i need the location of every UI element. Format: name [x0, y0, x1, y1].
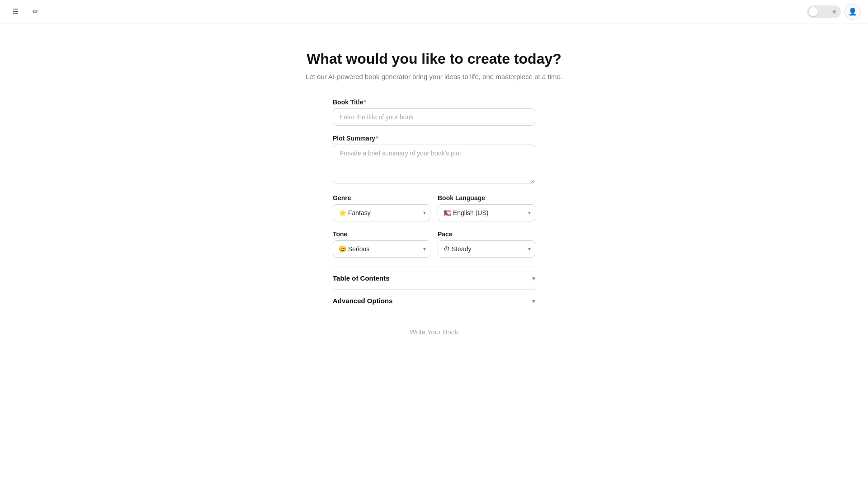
topbar-right: ☀ 👤 [807, 4, 861, 20]
tone-label: Tone [333, 230, 430, 238]
book-title-input[interactable] [333, 108, 535, 126]
plot-summary-label: Plot Summary* [333, 135, 535, 142]
tone-select[interactable]: 😊 Serious 😄 Humorous 🎭 Dramatic ✨ Whimsi… [333, 240, 430, 258]
advanced-title: Advanced Options [333, 297, 393, 305]
advanced-section: Advanced Options ▾ [333, 289, 535, 312]
sun-icon: ☀ [829, 7, 840, 16]
genre-select-wrapper: ⭐ Fantasy 🔮 Sci-Fi 🗡️ Adventure 💕 Romanc… [333, 204, 430, 221]
toc-title: Table of Contents [333, 274, 390, 282]
plot-summary-required: * [376, 135, 378, 142]
plot-summary-input[interactable] [333, 145, 535, 183]
menu-icon: ☰ [12, 7, 19, 16]
language-select-wrapper: 🇺🇸 English (US) 🇬🇧 English (UK) 🇪🇸 Spani… [438, 204, 535, 221]
topbar: ☰ ✏ ☀ 👤 [0, 0, 868, 23]
edit-icon: ✏ [33, 7, 38, 16]
pace-select[interactable]: ⏱ Steady ⚡ Fast 🐢 Slow 🌊 Variable [438, 240, 535, 258]
toc-header[interactable]: Table of Contents ▾ [333, 267, 535, 289]
tone-pace-row: Tone 😊 Serious 😄 Humorous 🎭 Dramatic ✨ W… [333, 230, 535, 258]
pace-label: Pace [438, 230, 535, 238]
theme-toggle-group: ☀ [807, 5, 841, 18]
toggle-pill [809, 7, 818, 16]
theme-toggle-switch[interactable] [808, 6, 828, 17]
main-content: What would you like to create today? Let… [0, 0, 868, 368]
genre-language-row: Genre ⭐ Fantasy 🔮 Sci-Fi 🗡️ Adventure 💕 … [333, 194, 535, 221]
menu-button[interactable]: ☰ [7, 4, 24, 20]
book-title-label: Book Title* [333, 99, 535, 106]
book-title-group: Book Title* [333, 99, 535, 126]
language-group: Book Language 🇺🇸 English (US) 🇬🇧 English… [438, 194, 535, 221]
genre-group: Genre ⭐ Fantasy 🔮 Sci-Fi 🗡️ Adventure 💕 … [333, 194, 430, 221]
toc-chevron-icon: ▾ [532, 275, 535, 282]
edit-button[interactable]: ✏ [27, 4, 43, 20]
genre-label: Genre [333, 194, 430, 202]
write-book-button[interactable]: Write Your Book [333, 323, 535, 341]
form-container: Book Title* Plot Summary* Genre ⭐ Fantas… [326, 99, 542, 341]
tone-group: Tone 😊 Serious 😄 Humorous 🎭 Dramatic ✨ W… [333, 230, 430, 258]
language-select[interactable]: 🇺🇸 English (US) 🇬🇧 English (UK) 🇪🇸 Spani… [438, 204, 535, 221]
genre-select[interactable]: ⭐ Fantasy 🔮 Sci-Fi 🗡️ Adventure 💕 Romanc… [333, 204, 430, 221]
user-icon: 👤 [848, 7, 857, 16]
advanced-chevron-icon: ▾ [532, 297, 535, 305]
book-title-required: * [363, 99, 366, 106]
language-label: Book Language [438, 194, 535, 202]
hero-section: What would you like to create today? Let… [297, 23, 571, 99]
pace-select-wrapper: ⏱ Steady ⚡ Fast 🐢 Slow 🌊 Variable ▾ [438, 240, 535, 258]
plot-summary-group: Plot Summary* [333, 135, 535, 185]
user-button[interactable]: 👤 [844, 4, 861, 20]
hero-subtitle: Let our AI-powered book generator bring … [306, 73, 562, 80]
tone-select-wrapper: 😊 Serious 😄 Humorous 🎭 Dramatic ✨ Whimsi… [333, 240, 430, 258]
advanced-header[interactable]: Advanced Options ▾ [333, 290, 535, 312]
hero-title: What would you like to create today? [306, 51, 562, 67]
topbar-left: ☰ ✏ [7, 4, 43, 20]
pace-group: Pace ⏱ Steady ⚡ Fast 🐢 Slow 🌊 Variable ▾ [438, 230, 535, 258]
toc-section: Table of Contents ▾ [333, 267, 535, 290]
